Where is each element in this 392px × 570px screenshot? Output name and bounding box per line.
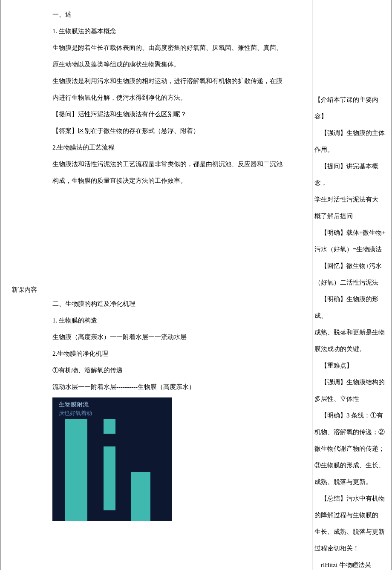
note-line: 【强调】生物膜的主体 (314, 125, 389, 141)
text-line: 1. 生物膜法的基本概念 (52, 23, 308, 40)
text-line: 生物膜是附着生长在载体表面的、由高度密集的好氧菌、厌氧菌、兼性菌、真菌、 (52, 40, 308, 56)
note-line: 【明确】生物膜的形成、 (314, 291, 389, 324)
spacer (314, 6, 389, 92)
note-line: 生长、成熟、脱落与更新 (314, 524, 389, 540)
note-line: 微生物代谢产物的传递； (314, 440, 389, 457)
diagram-bar (131, 472, 150, 521)
text-line: 2.生物膜法的工艺流程 (52, 139, 308, 156)
diagram-bar (104, 419, 115, 434)
note-line: 【明确】3 条线：①有 (314, 407, 389, 424)
text-line: 生物膜法是利用污水和生物膜的相对运动，进行溶解氧和有机物的扩散传递，在膜 (52, 73, 308, 89)
note-line: 【重难点】 (314, 357, 389, 374)
text-line: 流动水层一一附着水层----------生物膜（高度亲水） (52, 379, 308, 395)
note-line: 作用。 (314, 141, 389, 158)
middle-column: 一、述 1. 生物膜法的基本概念 生物膜是附着生长在载体表面的、由高度密集的好氧… (48, 0, 312, 570)
text-line: 2.生物膜的净化机理 (52, 345, 308, 362)
text-line: 生物膜（高度亲水）一一附着水层一一流动水层 (52, 329, 308, 345)
answer-line: 【答案】区别在于微生物的存在形式（悬浮、附着） (52, 123, 308, 139)
note-line: 【强调】生物膜结构的 (314, 374, 389, 391)
note-line: 多层性、立体性 (314, 391, 389, 407)
note-line: 膜法成功的关键。 (314, 341, 389, 357)
heading-1: 一、述 (52, 6, 308, 23)
note-line: 成熟、脱落与更新。 (314, 474, 389, 490)
text-line: 1. 生物膜的构造 (52, 312, 308, 329)
note-line: ③生物膜的形成、生长、 (314, 457, 389, 474)
spacer (52, 189, 308, 296)
note-line: rlHitzi 牛物瞳法杲 (314, 557, 389, 570)
note-line: 成熟、脱落和更新是生物 (314, 324, 389, 341)
note-line: 的降解过程与生物膜的 (314, 507, 389, 524)
text-line: 构成，生物膜的质量直接决定方法的工作效率。 (52, 173, 308, 189)
section-label: 新课内容 (12, 286, 37, 294)
diagram-bar (104, 446, 115, 510)
note-line: 【介绍本节课的主要内 (314, 92, 389, 108)
note-line: （好氧）二活性污泥法 (314, 274, 389, 291)
note-line: 概了解后提问 (314, 208, 389, 225)
question-line: 【提问】活性污泥法和生物膜法有什么区别呢？ (52, 106, 308, 123)
text-line: ①有机物、溶解氧的传递 (52, 362, 308, 379)
note-line: 【明确】载体+微生物+ (314, 225, 389, 241)
left-column: 新课内容 (0, 0, 48, 570)
diagram-bar (65, 419, 87, 521)
text-line: 原生动物以及藻类等组成的膜状生物聚集体。 (52, 56, 308, 73)
note-line: 【回忆】微生物+污水 (314, 258, 389, 274)
note-line: 学生对活性污泥法有大 (314, 191, 389, 208)
text-line: 内进行生物氧化分解，使污水得到净化的方法。 (52, 89, 308, 106)
diagram-label: 厌也好氧着动 (59, 409, 92, 417)
note-line: 【总结】污水中有机物 (314, 490, 389, 507)
right-column: 【介绍本节课的主要内 容】 【强调】生物膜的主体 作用。 【提问】讲完基本概念，… (312, 0, 392, 570)
note-line: 过程密切相关！ (314, 540, 389, 557)
note-line: 容】 (314, 108, 389, 125)
note-line: 污水（好氧）=生物膜法 (314, 241, 389, 258)
note-line: 机物、溶解氧的传递；② (314, 424, 389, 440)
biofilm-diagram: 生物膜附流 厌也好氧着动 (52, 397, 172, 521)
document-page: 新课内容 一、述 1. 生物膜法的基本概念 生物膜是附着生长在载体表面的、由高度… (0, 0, 392, 570)
note-line: 【提问】讲完基本概念， (314, 158, 389, 191)
diagram-label: 生物膜附流 (59, 401, 89, 409)
heading-2: 二、生物膜的构造及净化机理 (52, 296, 308, 312)
text-line: 生物膜法和活性污泥法的工艺流程是非常类似的，都是由初沉池、反应器和二沉池 (52, 156, 308, 173)
